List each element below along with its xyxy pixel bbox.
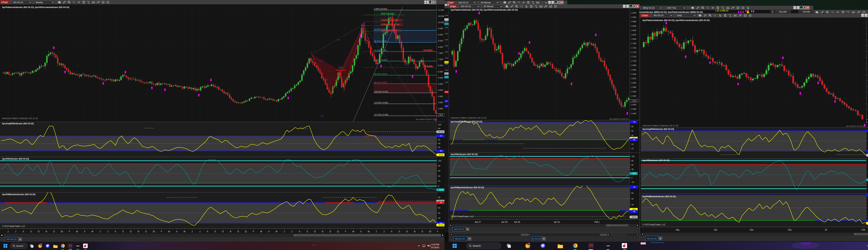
svg-text:0.00: 0.00 [445,69,448,71]
svg-text:60: 60 [631,164,633,166]
svg-text:2.760: 2.760 [631,47,636,49]
svg-text:Jan 31: Jan 31 [554,221,560,223]
svg-text:F: F [69,230,70,233]
svg-text:© 2023 NinjaTrader, LLC: © 2023 NinjaTrader, LLC [2,225,25,227]
svg-text:0.00: 0.00 [445,91,448,93]
svg-text:^ ⬓ ◁)): ^ ⬓ ◁)) [311,244,317,246]
svg-text:Q 03-23: Q 03-23 [532,238,540,240]
svg-text:A: A [176,230,178,233]
svg-text:0.00: 0.00 [445,61,448,63]
svg-text:1000 Tick: 1000 Tick [666,7,676,9]
svg-text:10: 10 [631,148,633,150]
svg-text:M: M [352,230,354,233]
svg-text:7.000: 7.000 [438,58,443,60]
svg-text:30: 30 [445,105,447,107]
svg-text:0.00: 0.00 [445,39,448,41]
svg-text:J: J [7,230,8,233]
svg-text:2.780: 2.780 [631,42,636,44]
svg-text:hpc patterns found: [3]: hpc patterns found: [3] [846,125,865,127]
svg-text:20.2: 20.2 [632,173,636,175]
svg-text:2.800: 2.800 [631,38,636,40]
svg-text:hpc patterns found: [2]: hpc patterns found: [2] [416,118,435,120]
svg-text:J: J [284,230,285,233]
svg-text:2.560: 2.560 [631,91,636,93]
svg-text:D: D [422,230,423,233]
svg-text:23: 23 [429,230,431,233]
svg-text:21: 21 [245,230,247,233]
svg-text:30: 30 [440,150,442,152]
svg-text:J: J [291,230,292,233]
svg-text:60: 60 [438,139,440,141]
svg-text:9.500: 9.500 [438,27,443,30]
svg-text:2.820: 2.820 [631,34,636,36]
svg-text:10.000: 10.000 [438,21,444,24]
svg-text:100: 100 [438,160,441,162]
svg-text:hpcPatternsIndicator (NG 03-23: hpcPatternsIndicator (NG 03-23), hpcHSIA… [451,9,518,11]
svg-text:Chart: Chart [642,14,648,17]
svg-text:C: C [343,91,345,93]
svg-text:2.700: 2.700 [631,60,636,62]
svg-text:J: J [192,230,193,233]
svg-text:5:28 PM: 5:28 PM [431,243,439,246]
svg-text:0.00: 0.00 [445,57,448,59]
svg-text:2.920: 2.920 [631,12,636,14]
svg-text:J: J [376,230,377,233]
svg-text:J: J [99,230,100,233]
svg-text:0.618: 0.618 [324,79,328,81]
svg-text:2.460: 2.460 [631,113,636,115]
svg-text:Jan 27: Jan 27 [475,221,481,223]
svg-text:S: S [30,230,32,233]
svg-text:4.50: 4.50 [445,19,448,21]
svg-text:Jan 30: Jan 30 [514,221,520,223]
svg-text:B: B [340,68,341,70]
svg-text:80: 80 [438,165,440,167]
svg-text:1 @ 12496.25: 1 @ 12496.25 [715,9,728,12]
svg-text:A: A [391,230,392,233]
svg-text:9.000: 9.000 [438,34,443,36]
svg-text:sse: sse [607,245,610,247]
svg-text:20: 20 [153,230,155,233]
svg-text:2.720: 2.720 [631,56,636,58]
svg-text:M: M [368,230,369,233]
svg-text:hpcAmpRSIIndicator (NG 03-23): hpcAmpRSIIndicator (NG 03-23) [643,128,674,130]
svg-text:Daily: Daily [677,14,682,17]
svg-text:S: S [122,230,124,233]
svg-text:Nov: Nov [750,229,753,231]
svg-text:NQ 03-23: NQ 03-23 [455,238,465,240]
svg-text:1.618 (XA) (9.265): 1.618 (XA) (9.265) [381,29,397,31]
svg-text:0.00: 0.00 [445,33,448,35]
svg-text:100: 100 [631,155,634,157]
svg-text:3.140: 3.140 [319,60,323,62]
svg-text:D: D [145,230,147,233]
svg-text:6.500: 6.500 [438,64,443,66]
svg-text:10.500: 10.500 [438,15,444,17]
svg-text:F: F [772,11,773,13]
svg-text:0.00: 0.00 [445,51,448,53]
svg-text:© 2023 NinjaTrader, LLC: © 2023 NinjaTrader, LLC [451,215,474,218]
svg-text:NG 03-23: NG 03-23 [7,238,16,241]
svg-text:NQ 03-23: NQ 03-23 [459,1,468,4]
svg-text:2.580: 2.580 [631,86,636,88]
svg-text:19.51: 19.51 [632,216,637,218]
svg-text:hpcHSIIndicator (NG 03-23): hpcHSIIndicator (NG 03-23) [643,159,670,162]
svg-text:A: A [299,230,300,233]
svg-text:40: 40 [631,134,633,136]
svg-text:2.524: 2.524 [631,100,637,102]
svg-text:M: M [168,230,170,233]
svg-text:40: 40 [438,217,440,219]
svg-text:O: O [222,230,224,233]
svg-text:3.500: 3.500 [438,101,443,103]
svg-text:80: 80 [631,160,633,162]
svg-text:40: 40 [631,204,633,206]
svg-text:© 2023 NinjaTrader, LLC: © 2023 NinjaTrader, LLC [643,223,665,226]
svg-text:Dec: Dec [788,229,792,231]
svg-text:A: A [360,230,362,233]
svg-text:Sell Mkt: Sell Mkt [803,10,810,13]
svg-text:51: 51 [445,72,447,74]
svg-text:2.540: 2.540 [631,95,636,97]
svg-text:2.60: 2.60 [445,23,448,25]
svg-text:hpcRSIBammIndicator (NG 03-23): hpcRSIBammIndicator (NG 03-23) [643,195,676,198]
svg-text:26°: 26° [528,243,530,244]
svg-text:O: O [130,230,132,233]
svg-text:N: N [414,230,415,233]
